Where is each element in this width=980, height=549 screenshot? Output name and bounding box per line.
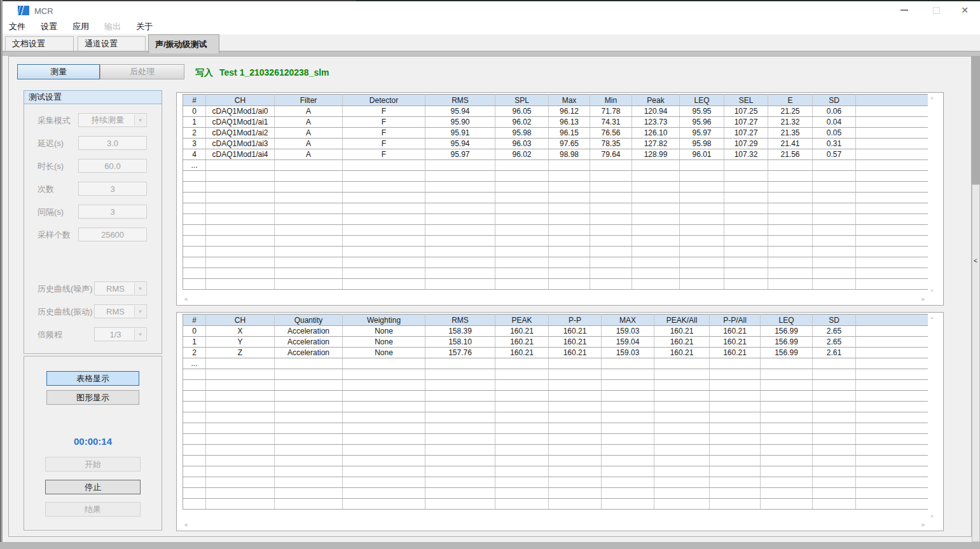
cell[interactable]: 96.03 <box>495 139 549 149</box>
cell[interactable]: 96.13 <box>549 117 590 128</box>
scroll-right-icon[interactable]: ▶ <box>922 297 925 302</box>
cell[interactable]: 159.03 <box>602 326 654 337</box>
vertical-scrollbar[interactable]: ▲ ▼ <box>928 94 936 294</box>
cell[interactable]: 0.06 <box>813 106 856 117</box>
table-row[interactable]: 2cDAQ1Mod1/ai2AF95.9195.9896.1576.56126.… <box>183 128 930 139</box>
cell[interactable] <box>856 139 930 149</box>
cell[interactable]: 156.99 <box>761 326 813 337</box>
cell[interactable]: 2 <box>183 128 206 139</box>
cell[interactable]: Acceleration <box>275 326 343 337</box>
table-row[interactable]: 4cDAQ1Mod1/ai4AF95.9796.0298.9879.64128.… <box>183 149 930 160</box>
table-row[interactable]: 1cDAQ1Mod1/ai1AF95.9096.0296.1374.31123.… <box>183 117 930 128</box>
cell[interactable] <box>856 117 930 128</box>
octave-dropdown[interactable]: 1/3 ▼ <box>94 327 147 341</box>
cell[interactable]: 1 <box>183 337 206 348</box>
cell[interactable]: 95.94 <box>425 139 495 149</box>
cell[interactable]: 0 <box>183 326 206 337</box>
cell[interactable]: 96.02 <box>495 149 549 160</box>
menu-item-about[interactable]: 关于 <box>136 21 153 32</box>
cell[interactable]: 159.04 <box>602 337 654 348</box>
cell[interactable]: 160.21 <box>549 337 602 348</box>
vertical-scrollbar[interactable]: ▲ ▼ <box>928 314 936 520</box>
close-button[interactable]: ✕ <box>951 1 979 19</box>
cell[interactable]: 96.12 <box>549 106 590 117</box>
cell[interactable]: None <box>343 348 425 358</box>
cell[interactable]: 21.25 <box>768 106 813 117</box>
scroll-right-icon[interactable]: ▶ <box>922 522 925 527</box>
cell[interactable]: 71.78 <box>590 106 632 117</box>
cell[interactable]: 95.94 <box>425 106 495 117</box>
scroll-up-icon[interactable]: ▲ <box>930 315 934 320</box>
cell[interactable]: 107.27 <box>724 117 768 128</box>
cell[interactable]: A <box>275 117 343 128</box>
cell[interactable]: 21.41 <box>768 139 813 149</box>
cell[interactable]: 123.73 <box>632 117 680 128</box>
cell[interactable]: 160.21 <box>710 348 761 358</box>
minimize-button[interactable] <box>890 1 918 19</box>
cell[interactable]: 160.21 <box>495 337 549 348</box>
cell[interactable]: 160.21 <box>549 326 602 337</box>
table-row[interactable]: 3cDAQ1Mod1/ai3AF95.9496.0397.6578.35127.… <box>183 139 930 149</box>
table-row[interactable]: 0XAccelerationNone158.39160.21160.21159.… <box>183 326 930 337</box>
cell[interactable]: 160.21 <box>495 326 549 337</box>
table-row[interactable]: 0cDAQ1Mod1/ai0AF95.9496.0596.1271.78120.… <box>183 106 930 117</box>
cell[interactable]: 3 <box>183 139 206 149</box>
duration-input[interactable]: 60.0 <box>78 159 147 173</box>
table-display-button[interactable]: 表格显示 <box>46 371 139 386</box>
cell[interactable] <box>856 348 930 358</box>
cell[interactable]: Acceleration <box>275 337 343 348</box>
cell[interactable]: 2.65 <box>813 337 856 348</box>
menu-item-application[interactable]: 应用 <box>72 21 89 32</box>
cell[interactable]: 107.29 <box>724 139 768 149</box>
table-row[interactable]: 2ZAccelerationNone157.76160.21160.21159.… <box>183 348 930 358</box>
cell[interactable]: 160.21 <box>654 326 710 337</box>
cell[interactable]: 76.56 <box>590 128 632 139</box>
cell[interactable]: 95.96 <box>680 117 724 128</box>
menu-item-settings[interactable]: 设置 <box>41 21 57 32</box>
cell[interactable]: 96.01 <box>680 149 724 160</box>
stop-button[interactable]: 停止 <box>45 480 141 494</box>
cell[interactable]: 128.99 <box>632 149 680 160</box>
scroll-left-icon[interactable]: ◀ <box>184 522 187 527</box>
cell[interactable]: 2.65 <box>813 326 856 337</box>
cell[interactable]: 158.39 <box>425 326 495 337</box>
cell[interactable]: 0 <box>183 106 206 117</box>
cell[interactable]: 107.27 <box>724 128 768 139</box>
cell[interactable]: A <box>275 149 343 160</box>
tab-document-settings[interactable]: 文档设置 <box>5 36 74 51</box>
cell[interactable]: cDAQ1Mod1/ai2 <box>206 128 275 139</box>
menu-item-file[interactable]: 文件 <box>9 21 25 32</box>
cell[interactable]: 1 <box>183 117 206 128</box>
maximize-button[interactable] <box>922 1 950 19</box>
cell[interactable]: 95.98 <box>495 128 549 139</box>
cell[interactable] <box>856 149 930 160</box>
cell[interactable]: 160.21 <box>654 348 710 358</box>
cell[interactable]: 107.32 <box>724 149 768 160</box>
cell[interactable]: Z <box>206 348 275 358</box>
cell[interactable]: 2 <box>183 348 206 358</box>
cell[interactable]: 0.05 <box>813 128 856 139</box>
cell[interactable]: F <box>343 139 425 149</box>
count-input[interactable]: 3 <box>78 182 147 196</box>
cell[interactable] <box>856 106 930 117</box>
history-curve-vibration-dropdown[interactable]: RMS ▼ <box>94 304 147 318</box>
cell[interactable]: 157.76 <box>425 348 495 358</box>
graph-display-button[interactable]: 图形显示 <box>46 390 139 405</box>
cell[interactable]: 74.31 <box>590 117 632 128</box>
cell[interactable]: 95.91 <box>425 128 495 139</box>
table-row[interactable]: 1YAccelerationNone158.10160.21160.21159.… <box>183 337 930 348</box>
tab-channel-settings[interactable]: 通道设置 <box>78 36 146 51</box>
cell[interactable]: F <box>343 106 425 117</box>
history-curve-noise-dropdown[interactable]: RMS ▼ <box>94 281 147 295</box>
cell[interactable]: 158.10 <box>425 337 495 348</box>
horizontal-scrollbar[interactable]: ◀ ▶ <box>183 520 927 529</box>
cell[interactable]: 159.03 <box>602 348 654 358</box>
cell[interactable]: 95.97 <box>425 149 495 160</box>
cell[interactable]: A <box>275 106 343 117</box>
cell[interactable]: 120.94 <box>632 106 680 117</box>
cell[interactable]: 96.15 <box>549 128 590 139</box>
cell[interactable]: F <box>343 117 425 128</box>
cell[interactable] <box>856 326 930 337</box>
cell[interactable]: 107.25 <box>724 106 768 117</box>
cell[interactable]: F <box>343 128 425 139</box>
